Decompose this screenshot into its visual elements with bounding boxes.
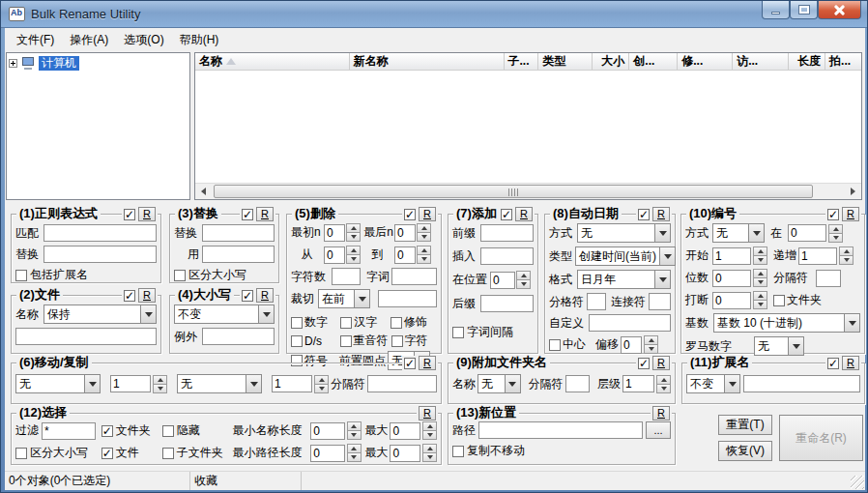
remove-lastn-spinner[interactable] xyxy=(417,223,431,242)
spin-down-icon[interactable] xyxy=(346,255,361,264)
replace-enabled-checkbox[interactable] xyxy=(242,209,253,220)
selection-maxname-input[interactable] xyxy=(390,422,420,440)
regex-match-input[interactable] xyxy=(43,224,157,242)
newlocation-copynotmove-checkbox[interactable] xyxy=(452,446,464,457)
spin-up-icon[interactable] xyxy=(753,291,767,301)
autodate-seg-input[interactable] xyxy=(649,293,671,310)
autodate-custom-input[interactable] xyxy=(589,314,671,332)
remove-firstn-input[interactable] xyxy=(324,224,345,242)
case-reset-button[interactable]: R xyxy=(256,288,274,303)
remove-to-spinner[interactable] xyxy=(417,246,431,264)
chevron-down-icon[interactable] xyxy=(788,337,803,355)
remove-chars2-checkbox[interactable] xyxy=(391,335,403,347)
replace-reset-button[interactable]: R xyxy=(256,207,274,221)
remove-trim-checkbox[interactable] xyxy=(391,317,402,329)
numbering-start-spinner[interactable] xyxy=(753,246,767,265)
spin-up-icon[interactable] xyxy=(346,246,361,255)
numbering-folders-checkbox[interactable] xyxy=(773,295,785,306)
maximize-button[interactable] xyxy=(790,1,818,19)
spin-down-icon[interactable] xyxy=(153,385,167,393)
minimize-button[interactable] xyxy=(762,1,790,19)
autodate-mode-dropdown[interactable]: 无 xyxy=(577,223,671,243)
spin-up-icon[interactable] xyxy=(656,375,671,385)
spin-down-icon[interactable] xyxy=(644,345,658,354)
remove-chinese-checkbox[interactable] xyxy=(340,317,352,329)
title-bar[interactable]: Bulk Rename Utility xyxy=(1,1,868,28)
expand-plus-icon[interactable] xyxy=(9,59,17,68)
scrollbar-track[interactable] xyxy=(212,184,845,199)
selection-hidden-checkbox[interactable] xyxy=(162,425,174,437)
regex-include-ext-checkbox[interactable] xyxy=(15,270,27,281)
autodate-offset-input[interactable] xyxy=(621,336,642,354)
menu-actions[interactable]: 操作(A) xyxy=(62,29,116,51)
spin-up-icon[interactable] xyxy=(828,224,843,234)
remove-chars-input[interactable] xyxy=(332,268,361,285)
file-reset-button[interactable]: R xyxy=(138,288,156,303)
chevron-down-icon[interactable] xyxy=(724,375,739,392)
autodate-enabled-checkbox[interactable] xyxy=(638,209,650,220)
scroll-right-button[interactable] xyxy=(845,184,861,199)
autodate-centre-checkbox[interactable] xyxy=(549,339,561,351)
spin-up-icon[interactable] xyxy=(422,444,437,453)
add-atpos-input[interactable] xyxy=(490,272,515,289)
numbering-start-input[interactable] xyxy=(712,247,751,265)
remove-firstn-spinner[interactable] xyxy=(346,223,361,242)
spin-up-icon[interactable] xyxy=(417,223,431,233)
chevron-down-icon[interactable] xyxy=(140,305,156,323)
column-header-modified[interactable]: 修... xyxy=(678,53,733,70)
selection-filter-input[interactable] xyxy=(42,422,96,440)
numbering-at-spinner[interactable] xyxy=(828,224,843,243)
replace-with-input[interactable] xyxy=(202,246,275,263)
remove-reset-button[interactable]: R xyxy=(419,207,436,221)
tree-item-label[interactable]: 计算机 xyxy=(39,56,79,71)
file-mode-dropdown[interactable]: 保持 xyxy=(43,304,157,324)
spin-up-icon[interactable] xyxy=(314,375,329,385)
movecopy-enabled-checkbox[interactable] xyxy=(404,358,416,369)
spin-up-icon[interactable] xyxy=(516,271,531,280)
remove-from-spinner[interactable] xyxy=(346,246,361,264)
spin-down-icon[interactable] xyxy=(516,280,531,289)
chevron-down-icon[interactable] xyxy=(246,375,261,392)
remove-crop-dropdown[interactable]: 在前 xyxy=(318,289,370,308)
selection-maxname-spinner[interactable] xyxy=(422,421,437,440)
file-name-input[interactable] xyxy=(15,328,157,345)
spin-up-icon[interactable] xyxy=(839,246,854,256)
numbering-break-spinner[interactable] xyxy=(753,291,767,309)
spin-down-icon[interactable] xyxy=(753,301,767,309)
extension-enabled-checkbox[interactable] xyxy=(827,358,839,369)
remove-from-input[interactable] xyxy=(324,246,345,264)
appendfolder-levels-input[interactable] xyxy=(622,375,654,392)
chevron-down-icon[interactable] xyxy=(84,375,100,392)
column-header-sub[interactable]: 子... xyxy=(505,53,539,70)
spin-up-icon[interactable] xyxy=(346,223,361,233)
file-enabled-checkbox[interactable] xyxy=(124,290,135,302)
column-header-length[interactable]: 长度 xyxy=(789,53,825,70)
movecopy-count2-input[interactable] xyxy=(272,375,312,392)
reset-button[interactable]: 重置(T) xyxy=(718,415,772,435)
appendfolder-reset-button[interactable]: R xyxy=(652,356,670,370)
movecopy-mode2-dropdown[interactable]: 无 xyxy=(177,374,262,393)
add-reset-button[interactable]: R xyxy=(515,207,533,221)
scrollbar-thumb[interactable] xyxy=(214,185,813,198)
appendfolder-levels-spinner[interactable] xyxy=(656,375,671,393)
replace-case-checkbox[interactable] xyxy=(174,270,186,281)
spin-down-icon[interactable] xyxy=(422,453,437,462)
remove-digits-checkbox[interactable] xyxy=(291,317,303,329)
extension-reset-button[interactable]: R xyxy=(842,356,859,370)
autodate-offset-spinner[interactable] xyxy=(644,335,658,354)
resize-grip[interactable] xyxy=(851,476,864,489)
autodate-sep-input[interactable] xyxy=(587,293,606,310)
numbering-at-input[interactable] xyxy=(788,224,826,242)
spin-down-icon[interactable] xyxy=(422,431,437,440)
spin-down-icon[interactable] xyxy=(839,256,854,265)
newlocation-path-input[interactable] xyxy=(478,421,643,439)
column-header-name[interactable]: 名称 xyxy=(195,53,350,70)
newlocation-reset-button[interactable]: R xyxy=(652,406,670,420)
remove-ds-checkbox[interactable] xyxy=(291,335,303,347)
column-header-size[interactable]: 大小 xyxy=(593,53,629,70)
add-enabled-checkbox[interactable] xyxy=(501,209,512,220)
chevron-down-icon[interactable] xyxy=(659,247,675,265)
appendfolder-sep-input[interactable] xyxy=(565,375,590,392)
autodate-type-dropdown[interactable]: 创建时间(当前) xyxy=(575,246,676,266)
numbering-incr-spinner[interactable] xyxy=(839,246,854,265)
